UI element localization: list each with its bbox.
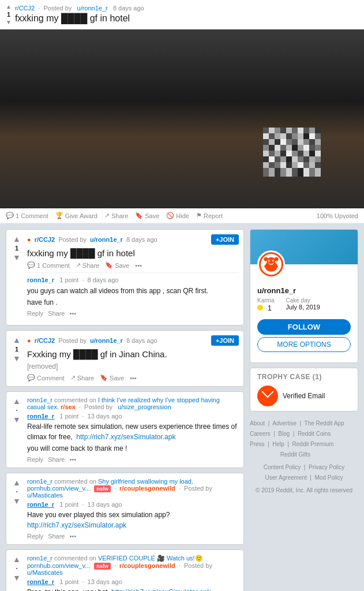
downvote-1[interactable]: ▼ <box>13 253 21 262</box>
act-actions-1: Reply Share ••• <box>27 456 239 463</box>
footer-mod-policy[interactable]: Mod Policy <box>315 474 343 481</box>
svg-rect-36 <box>292 145 298 151</box>
post-username-1[interactable]: u/ronn1e_r <box>90 236 123 243</box>
cake-day-label: Cake day <box>286 297 320 304</box>
footer-privacy-policy[interactable]: Privacy Policy <box>309 464 344 470</box>
act-downvote-1[interactable]: ▼ <box>13 415 21 424</box>
karma-row: Karma 1 Cake day July 8, 2019 <box>257 297 351 312</box>
comment-btn-2[interactable]: 💬 Comment <box>27 374 65 381</box>
downvote-arrow[interactable]: ▼ <box>6 19 12 25</box>
post-subreddit-1[interactable]: r/CCJ2 <box>35 236 55 243</box>
svg-rect-16 <box>292 133 298 139</box>
act-post-2[interactable]: Shy girlfriend swallowing my load. <box>98 478 193 485</box>
footer-reddit-coins[interactable]: Reddit Coins <box>298 431 331 437</box>
act-more-1[interactable]: ••• <box>69 456 76 463</box>
post-username-2[interactable]: u/ronn1e_r <box>90 337 123 344</box>
footer-content-policy[interactable]: Content Policy <box>264 464 301 470</box>
act-username-3[interactable]: ronn1e_r <box>27 555 52 562</box>
sidebar-avatar <box>257 250 285 278</box>
act-link-3[interactable]: http://rich7.xyz/sexSimulator.apk <box>111 588 211 591</box>
comment-btn-1[interactable]: 💬 1 Comment <box>27 261 70 269</box>
vote-section: ▲ 1 ▼ <box>6 3 12 25</box>
svg-rect-50 <box>315 151 321 156</box>
subreddit-top[interactable]: r/CCJ2 <box>15 5 35 12</box>
act-comment-user-3[interactable]: ronn1e_r <box>27 578 54 585</box>
reply-btn-1[interactable]: Reply <box>27 310 43 317</box>
act-author-3[interactable]: u/Masticates <box>27 569 63 576</box>
more-comment-1[interactable]: ••• <box>69 310 76 317</box>
act-upvote-1[interactable]: ▲ <box>13 397 21 406</box>
svg-rect-31 <box>263 145 269 151</box>
act-author-1[interactable]: u/size_progression <box>118 403 171 410</box>
join-button-1[interactable]: +JOIN <box>211 234 239 245</box>
act-username-1[interactable]: ronn1e_r <box>27 397 52 403</box>
act-ph-link-3[interactable]: pornhub.com/view_v... <box>27 562 90 569</box>
act-downvote-3[interactable]: ▼ <box>13 573 21 582</box>
act-username-2[interactable]: ronn1e_r <box>27 478 52 485</box>
act-reply-2[interactable]: Reply <box>27 533 43 540</box>
act-reply-1[interactable]: Reply <box>27 456 43 463</box>
post-subreddit-2[interactable]: r/CCJ2 <box>35 337 55 344</box>
act-subreddit-2[interactable]: r/couplesgonewild <box>119 485 175 492</box>
act-link-1[interactable]: http://rich7.xyz/sexSimulator.apk <box>76 433 175 441</box>
act-comment-body-1b: you will come back to thank me ! <box>27 443 239 454</box>
footer-user-agreement[interactable]: User Agreement <box>265 474 307 481</box>
act-upvote-3[interactable]: ▲ <box>13 555 21 564</box>
image-background <box>0 29 364 208</box>
svg-rect-13 <box>275 133 280 139</box>
save-btn-1[interactable]: 🔖 Save <box>105 261 129 269</box>
upvote-arrow[interactable]: ▲ <box>6 3 12 10</box>
upvote-1[interactable]: ▲ <box>13 234 21 244</box>
act-share-1[interactable]: Share <box>48 456 65 463</box>
act-post-3[interactable]: VERIFIED COUPLE 🎥 Watch us!🙂 <box>98 555 203 562</box>
share-comment-1[interactable]: Share <box>48 310 65 317</box>
svg-rect-65 <box>286 162 292 168</box>
save-btn-2[interactable]: 🔖 Save <box>100 374 124 381</box>
act-comment-user-2[interactable]: ronn1e_r <box>27 501 54 508</box>
act-ph-link-2[interactable]: pornhub.com/view_v... <box>27 485 90 492</box>
share-btn-2[interactable]: ↗ Share <box>70 374 94 381</box>
act-downvote-2[interactable]: ▼ <box>13 496 21 506</box>
activity-header-2: ronn1e_r commented on Shy girlfriend swa… <box>27 478 239 499</box>
act-link-2[interactable]: http://rich7.xyz/sexSimulator.apk <box>27 521 126 529</box>
subreddit-link-top: r/CCJ2 · Posted by u/ronn1e_r 8 days ago <box>15 5 144 12</box>
username-top[interactable]: u/ronn1e_r <box>77 5 108 12</box>
main-content: ▲ 1 ▼ ● r/CCJ2 Posted by u/ronn1e_r 8 da… <box>0 223 364 591</box>
comment-username-1[interactable]: ronn1e_r <box>27 276 54 283</box>
act-upvote-2[interactable]: ▲ <box>13 478 21 487</box>
svg-rect-25 <box>286 139 292 145</box>
more-btn-1[interactable]: ••• <box>135 262 142 269</box>
comment-action[interactable]: 💬 1 Comment <box>6 212 48 219</box>
footer-about[interactable]: About <box>250 420 265 427</box>
post-card-inner-2: ▲ 1 ▼ ● r/CCJ2 Posted by u/ronn1e_r 8 da… <box>11 335 239 381</box>
svg-rect-2 <box>269 128 275 133</box>
act-subreddit-3[interactable]: r/couplesgonewild <box>119 562 175 569</box>
act-author-2[interactable]: u/Masticates <box>27 492 63 499</box>
footer-blog[interactable]: Blog <box>278 431 290 437</box>
give-award-action[interactable]: 🏆 Give Award <box>55 212 97 219</box>
more-btn-2[interactable]: ••• <box>130 375 137 381</box>
footer-careers[interactable]: Careers <box>250 431 271 437</box>
join-button-2[interactable]: +JOIN <box>211 335 239 346</box>
sidebar-username: u/ronn1e_r <box>257 286 351 295</box>
footer-help[interactable]: Help <box>272 441 284 447</box>
footer-advertise[interactable]: Advertise <box>272 420 297 427</box>
follow-button[interactable]: FOLLOW <box>257 319 351 335</box>
footer-reddit-app[interactable]: The Reddit App <box>305 420 344 427</box>
act-comment-user-1[interactable]: ronn1e_r <box>27 413 54 420</box>
footer-reddit-premium[interactable]: Reddit Premium <box>292 441 334 447</box>
hide-action[interactable]: 🚫 Hide <box>166 212 189 219</box>
upvote-2[interactable]: ▲ <box>13 335 21 345</box>
footer-reddit-gifts[interactable]: Reddit Gifts <box>280 451 310 458</box>
svg-rect-10 <box>315 128 321 133</box>
share-action[interactable]: ↗ Share <box>104 212 128 219</box>
share-btn-1[interactable]: ↗ Share <box>76 261 99 269</box>
act-share-2[interactable]: Share <box>48 533 65 540</box>
footer-press[interactable]: Press <box>250 441 265 447</box>
nsfw-badge-3: nsfw <box>94 563 111 570</box>
save-action[interactable]: 🔖 Save <box>135 212 159 219</box>
act-more-2[interactable]: ••• <box>69 533 76 540</box>
report-action[interactable]: ⚑ Report <box>196 212 223 219</box>
downvote-2[interactable]: ▼ <box>13 354 21 363</box>
more-options-button[interactable]: MORE OPTIONS <box>257 337 351 352</box>
